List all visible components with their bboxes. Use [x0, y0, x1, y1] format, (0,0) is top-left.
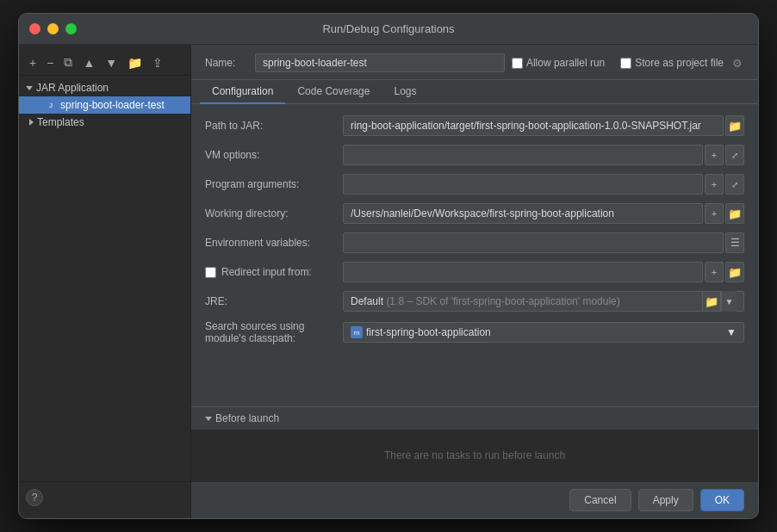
- help-button[interactable]: ?: [26, 489, 43, 506]
- store-as-project-label[interactable]: Store as project file: [620, 57, 724, 69]
- classpath-dropdown-arrow: ▼: [726, 326, 737, 338]
- redirect-input-checkbox-row: Redirect input from:: [205, 266, 343, 278]
- path-to-jar-browse-button[interactable]: 📁: [725, 115, 744, 136]
- copy-config-button[interactable]: ⧉: [60, 53, 76, 71]
- vm-options-expand-button[interactable]: +: [705, 145, 724, 165]
- sidebar-toolbar: + − ⧉ ▲ ▼ 📁 ⇪: [19, 50, 190, 76]
- maximize-button[interactable]: [65, 23, 77, 34]
- before-launch-label: Before launch: [215, 412, 279, 424]
- down-config-button[interactable]: ▼: [102, 54, 121, 71]
- name-row: Name: Allow parallel run Store as projec…: [191, 45, 758, 80]
- sidebar-item-label: spring-boot-loader-test: [60, 99, 165, 111]
- redirect-input-expand-button[interactable]: +: [705, 262, 724, 282]
- tab-configuration[interactable]: Configuration: [200, 80, 285, 104]
- configuration-form: Path to JAR: 📁 VM options: + ⤢: [191, 104, 758, 406]
- before-launch-header[interactable]: Before launch: [191, 407, 758, 430]
- before-launch-section: Before launch There are no tasks to run …: [191, 406, 758, 481]
- name-input[interactable]: [255, 53, 505, 72]
- path-to-jar-field: 📁: [343, 115, 744, 136]
- main-layout: + − ⧉ ▲ ▼ 📁 ⇪ JAR Application J spring-b…: [19, 45, 758, 518]
- allow-parallel-checkbox[interactable]: [512, 58, 523, 69]
- redirect-input-input[interactable]: [343, 262, 703, 282]
- tab-code-coverage[interactable]: Code Coverage: [285, 80, 382, 104]
- path-to-jar-row: Path to JAR: 📁: [205, 111, 744, 140]
- env-vars-edit-button[interactable]: ☰: [725, 232, 744, 253]
- redirect-input-browse-button[interactable]: 📁: [725, 262, 744, 282]
- classpath-label: Search sources using module's classpath:: [205, 320, 343, 344]
- working-dir-input[interactable]: [343, 203, 703, 224]
- vm-options-label: VM options:: [205, 149, 343, 161]
- allow-parallel-label[interactable]: Allow parallel run: [512, 57, 605, 69]
- working-dir-field: + 📁: [343, 203, 744, 224]
- redirect-input-label: Redirect input from:: [221, 266, 312, 278]
- before-launch-body: There are no tasks to run before launch: [191, 430, 758, 481]
- program-args-row: Program arguments: + ⤢: [205, 170, 744, 199]
- redirect-input-row: Redirect input from: + 📁: [205, 257, 744, 287]
- sidebar-group-templates[interactable]: Templates: [19, 114, 190, 131]
- ok-button[interactable]: OK: [700, 489, 744, 511]
- tabs-bar: Configuration Code Coverage Logs: [191, 80, 758, 104]
- redirect-input-checkbox[interactable]: [205, 267, 216, 278]
- working-dir-expand-button[interactable]: +: [705, 203, 724, 224]
- jre-default-text: Default: [351, 295, 383, 307]
- folder-config-button[interactable]: 📁: [124, 54, 146, 71]
- env-vars-row: Environment variables: ☰: [205, 228, 744, 257]
- path-to-jar-label: Path to JAR:: [205, 120, 343, 132]
- before-launch-empty-msg: There are no tasks to run before launch: [384, 449, 565, 461]
- jre-dropdown-arrow[interactable]: ▼: [721, 291, 737, 312]
- remove-config-button[interactable]: −: [43, 54, 57, 71]
- jre-select[interactable]: Default (1.8 – SDK of 'first-spring-boot…: [343, 291, 744, 312]
- main-window: Run/Debug Configurations + − ⧉ ▲ ▼ 📁 ⇪ J…: [18, 13, 759, 519]
- env-vars-input[interactable]: [343, 232, 724, 253]
- close-button[interactable]: [29, 23, 40, 34]
- program-args-input[interactable]: [343, 174, 703, 195]
- sidebar-templates-label: Templates: [37, 116, 84, 128]
- window-title: Run/Debug Configurations: [322, 22, 454, 35]
- program-args-expand-button[interactable]: +: [705, 174, 724, 195]
- expand-icon: [26, 86, 33, 90]
- jre-browse-button[interactable]: 📁: [702, 291, 721, 312]
- program-args-label: Program arguments:: [205, 178, 343, 190]
- path-to-jar-input[interactable]: [343, 115, 724, 136]
- minimize-button[interactable]: [47, 23, 59, 34]
- window-controls: [29, 23, 77, 34]
- vm-options-browse-button[interactable]: ⤢: [725, 145, 744, 165]
- gear-icon-button[interactable]: ⚙: [730, 57, 744, 70]
- classpath-row: Search sources using module's classpath:…: [205, 316, 744, 349]
- vm-options-field: + ⤢: [343, 145, 744, 165]
- tab-logs[interactable]: Logs: [382, 80, 428, 104]
- jre-row: JRE: Default (1.8 – SDK of 'first-spring…: [205, 287, 744, 316]
- apply-button[interactable]: Apply: [638, 489, 693, 511]
- up-config-button[interactable]: ▲: [79, 54, 98, 71]
- env-vars-field: ☰: [343, 232, 744, 253]
- content-area: Name: Allow parallel run Store as projec…: [191, 45, 758, 518]
- working-dir-label: Working directory:: [205, 207, 343, 220]
- vm-options-input[interactable]: [343, 145, 703, 165]
- footer: Cancel Apply OK: [191, 481, 758, 518]
- env-vars-label: Environment variables:: [205, 237, 343, 249]
- sidebar-item-config[interactable]: J spring-boot-loader-test: [19, 96, 190, 114]
- share-config-button[interactable]: ⇪: [149, 54, 166, 71]
- cancel-button[interactable]: Cancel: [569, 489, 631, 511]
- titlebar: Run/Debug Configurations: [19, 14, 758, 45]
- sidebar: + − ⧉ ▲ ▼ 📁 ⇪ JAR Application J spring-b…: [19, 45, 191, 518]
- module-select[interactable]: m first-spring-boot-application ▼: [343, 322, 744, 343]
- vm-options-row: VM options: + ⤢: [205, 140, 744, 170]
- expand-templates-icon: [29, 119, 34, 126]
- program-args-browse-button[interactable]: ⤢: [725, 174, 744, 195]
- store-as-project-checkbox[interactable]: [620, 58, 631, 69]
- sidebar-group-jar-label: JAR Application: [36, 82, 109, 94]
- config-icon: J: [45, 99, 57, 111]
- module-name: first-spring-boot-application: [366, 326, 726, 338]
- jre-label: JRE:: [205, 295, 343, 307]
- working-dir-row: Working directory: + 📁: [205, 199, 744, 228]
- program-args-field: + ⤢: [343, 174, 744, 195]
- sidebar-group-jar[interactable]: JAR Application: [19, 79, 190, 96]
- before-launch-expand-icon: [205, 417, 212, 421]
- name-field-label: Name:: [205, 57, 248, 69]
- redirect-input-field: + 📁: [343, 262, 744, 282]
- working-dir-browse-button[interactable]: 📁: [725, 203, 744, 224]
- jre-sub-text: (1.8 – SDK of 'first-spring-boot-applica…: [386, 295, 619, 307]
- sidebar-footer: ?: [19, 481, 190, 513]
- add-config-button[interactable]: +: [26, 54, 40, 71]
